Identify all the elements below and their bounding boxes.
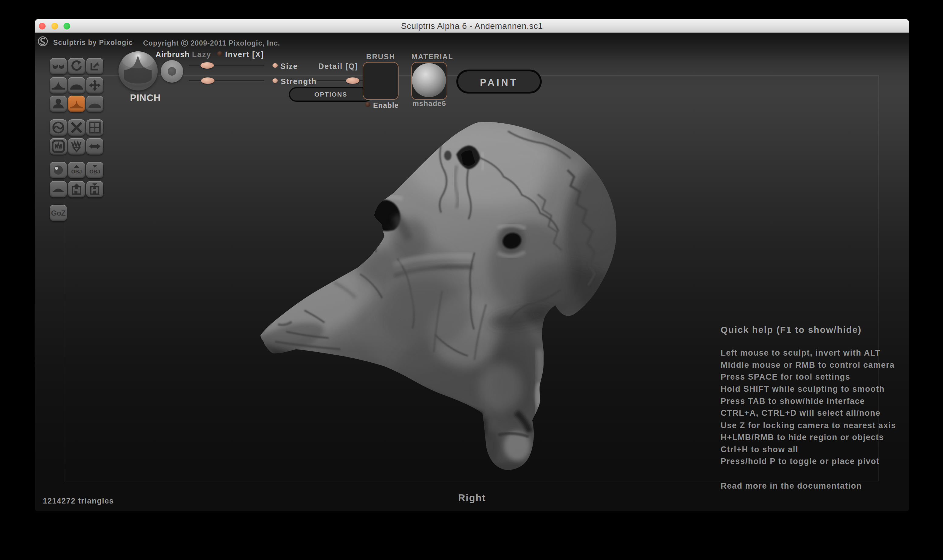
svg-text:GoZ: GoZ [51,209,66,217]
svg-text:OBJ: OBJ [89,169,100,175]
svg-text:OBJ: OBJ [71,169,82,175]
